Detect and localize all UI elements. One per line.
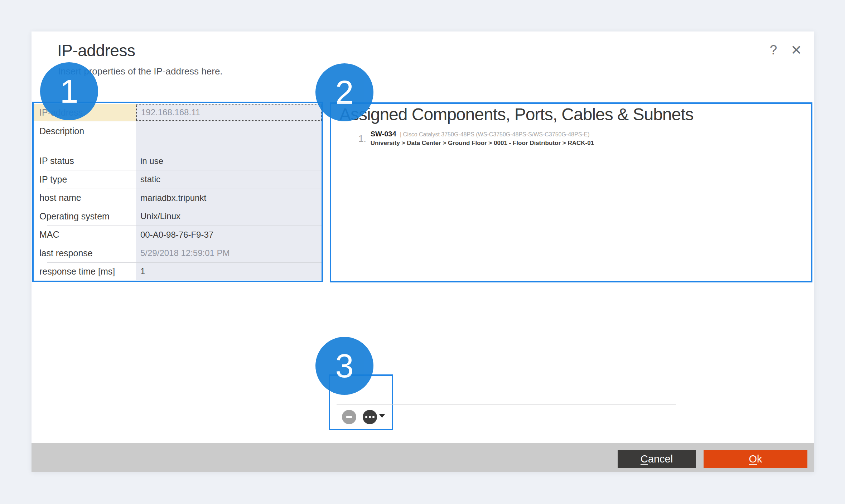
property-row-host-name: host name mariadbx.tripunkt xyxy=(34,189,322,207)
assigned-components-heading: Assigned Components, Ports, Cables & Sub… xyxy=(339,105,694,124)
ok-label: k xyxy=(757,453,762,465)
close-icon[interactable]: ✕ xyxy=(788,42,805,59)
operating-system-field[interactable]: Unix/Linux xyxy=(136,207,322,226)
property-row-ip-status: IP status in use xyxy=(34,152,322,170)
property-row-response-time: response time [ms] 1 xyxy=(34,262,322,280)
chevron-down-icon[interactable] xyxy=(379,414,385,418)
property-row-ip-type: IP type static xyxy=(34,170,322,189)
host-name-field[interactable]: mariadbx.tripunkt xyxy=(136,189,322,207)
remove-assignment-button[interactable] xyxy=(342,410,356,424)
component-location-breadcrumb: University > Data Center > Ground Floor … xyxy=(371,139,594,147)
property-row-operating-system: Operating system Unix/Linux xyxy=(34,207,322,226)
mac-field[interactable]: 00-A0-98-76-F9-37 xyxy=(136,226,322,244)
dialog-title: IP-address xyxy=(57,41,135,60)
callout-circle-2: 2 xyxy=(315,63,373,121)
assigned-components-panel: Assigned Components, Ports, Cables & Sub… xyxy=(330,102,812,282)
property-row-last-response: last response 5/29/2018 12:59:01 PM xyxy=(34,244,322,262)
ip-type-label: IP type xyxy=(34,170,136,189)
desktop-background: IP-address Insert properties of the IP-a… xyxy=(0,0,845,504)
last-response-field: 5/29/2018 12:59:01 PM xyxy=(136,244,322,262)
cancel-label-mnemonic: C xyxy=(641,453,648,465)
list-item-number: 1. xyxy=(358,133,366,144)
mac-label: MAC xyxy=(34,226,136,244)
dialog-footer: Cancel Ok xyxy=(32,443,814,472)
cancel-button[interactable]: Cancel xyxy=(618,450,696,468)
callout-circle-3: 3 xyxy=(315,337,373,395)
ok-button[interactable]: Ok xyxy=(704,450,807,468)
response-time-field: 1 xyxy=(136,262,322,280)
minus-icon xyxy=(346,416,352,418)
host-name-label: host name xyxy=(34,189,136,207)
operating-system-label: Operating system xyxy=(34,207,136,226)
assigned-component-list-item[interactable]: 1. SW-034 | Cisco Catalyst 3750G-48PS (W… xyxy=(358,130,594,147)
property-row-mac: MAC 00-A0-98-76-F9-37 xyxy=(34,226,322,244)
description-field[interactable] xyxy=(136,121,322,152)
property-row-description: Description xyxy=(34,121,322,152)
ip-properties-panel: IP-address 192.168.168.11 Description IP… xyxy=(32,102,323,282)
cancel-label: ancel xyxy=(648,453,673,465)
ip-status-field[interactable]: in use xyxy=(136,152,322,170)
response-time-label: response time [ms] xyxy=(34,262,136,280)
ip-type-field[interactable]: static xyxy=(136,170,322,189)
ok-label-mnemonic: O xyxy=(749,453,757,465)
ellipsis-icon xyxy=(365,416,375,418)
more-actions-button[interactable] xyxy=(363,410,377,424)
help-icon[interactable]: ? xyxy=(766,42,781,58)
component-model: | Cisco Catalyst 3750G-48PS (WS-C3750G-4… xyxy=(400,131,590,137)
component-name: SW-034 xyxy=(371,130,396,138)
toolbar-divider xyxy=(337,404,676,405)
ip-address-dialog: IP-address Insert properties of the IP-a… xyxy=(32,32,814,472)
ip-address-field[interactable]: 192.168.168.11 xyxy=(136,104,322,121)
last-response-label: last response xyxy=(34,244,136,262)
callout-circle-1: 1 xyxy=(40,62,98,120)
ip-status-label: IP status xyxy=(34,152,136,170)
description-label: Description xyxy=(34,121,136,152)
